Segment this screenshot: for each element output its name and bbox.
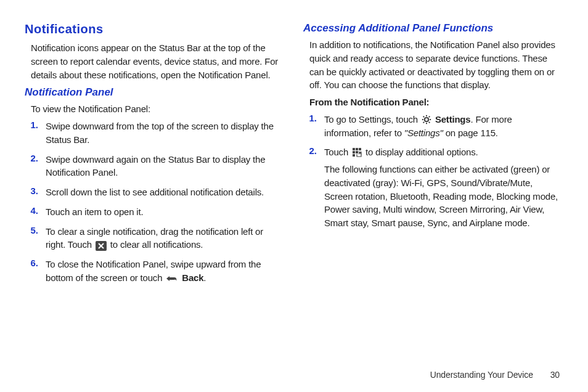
svg-rect-10 [356, 148, 358, 150]
step-number: 2. [303, 145, 317, 234]
step-text: To close the Notification Panel, swipe u… [46, 258, 281, 285]
clear-all-icon [96, 241, 107, 251]
section-heading-notifications: Notifications [25, 22, 281, 36]
step-text-tail: on page 115. [443, 128, 498, 138]
step-text: Swipe downward from the top of the scree… [46, 120, 281, 147]
step-number: 2. [25, 153, 38, 180]
svg-point-0 [425, 118, 428, 121]
step-text-pre: To close the Notification Panel, swipe u… [46, 259, 261, 283]
svg-line-7 [423, 122, 425, 123]
list-item: 5. To clear a single notification, drag … [25, 225, 281, 252]
from-notification-panel-lead: From the Notification Panel: [309, 96, 560, 109]
gear-icon [422, 115, 431, 125]
step-text-post: to display additional options. [365, 147, 478, 157]
list-item: 4. Touch an item to open it. [25, 205, 281, 219]
step-number: 4. [25, 205, 38, 219]
step-number: 3. [25, 186, 38, 199]
additional-panel-intro: In addition to notifications, the Notifi… [309, 38, 560, 92]
two-column-layout: Notifications Notification icons appear … [25, 21, 560, 361]
notification-panel-lead: To view the Notification Panel: [31, 102, 281, 116]
step-text: Touch an item to open it. [46, 205, 281, 219]
step-text-post: to clear all notifications. [110, 239, 203, 250]
manual-page: Notifications Notification icons appear … [0, 0, 588, 392]
step-text-pre: Touch [324, 147, 351, 157]
svg-rect-14 [353, 154, 355, 157]
left-column: Notifications Notification icons appear … [25, 21, 281, 361]
page-footer: Understanding Your Device 30 [25, 361, 560, 380]
page-number: 30 [550, 370, 560, 380]
svg-rect-12 [353, 151, 355, 153]
step-number: 1. [25, 120, 38, 147]
expand-grid-icon [352, 147, 362, 157]
list-item: 2. Swipe downward again on the Status Ba… [25, 153, 281, 180]
list-item: 2. Touch [303, 145, 560, 234]
right-column: Accessing Additional Panel Functions In … [303, 21, 560, 361]
svg-line-6 [429, 122, 430, 123]
step-text: Scroll down the list to see additional n… [46, 186, 281, 199]
svg-line-5 [423, 116, 425, 117]
step-text: To go to Settings, touch [324, 113, 560, 140]
functions-list-paragraph: The following functions can either be ac… [324, 163, 560, 230]
svg-rect-11 [359, 148, 361, 150]
list-item: 3. Scroll down the list to see additiona… [25, 186, 281, 199]
list-item: 1. To go to Settings, touch [303, 113, 560, 140]
step-text: Touch [324, 145, 560, 234]
notification-panel-steps: 1. Swipe downward from the top of the sc… [25, 120, 281, 285]
step-number: 6. [25, 258, 38, 285]
step-number: 5. [25, 225, 38, 252]
list-item: 6. To close the Notification Panel, swip… [25, 258, 281, 285]
settings-reference: "Settings" [404, 128, 443, 138]
back-label: Back [182, 272, 203, 283]
list-item: 1. Swipe downward from the top of the sc… [25, 120, 281, 147]
subheading-notification-panel: Notification Panel [25, 86, 281, 99]
svg-rect-13 [356, 151, 358, 153]
notifications-intro: Notification icons appear on the Status … [31, 41, 281, 81]
back-icon [166, 274, 178, 283]
step-text-pre: To go to Settings, touch [324, 114, 420, 125]
svg-line-8 [429, 116, 430, 117]
step-text-tail: . [203, 272, 206, 283]
subheading-additional-panel: Accessing Additional Panel Functions [303, 22, 560, 35]
svg-rect-9 [353, 148, 355, 150]
additional-panel-steps: 1. To go to Settings, touch [303, 113, 560, 234]
step-text: To clear a single notification, drag the… [46, 225, 281, 252]
footer-chapter-title: Understanding Your Device [430, 370, 533, 380]
step-number: 1. [303, 113, 317, 140]
settings-label: Settings [435, 114, 471, 125]
step-text: Swipe downward again on the Status Bar t… [46, 153, 281, 180]
